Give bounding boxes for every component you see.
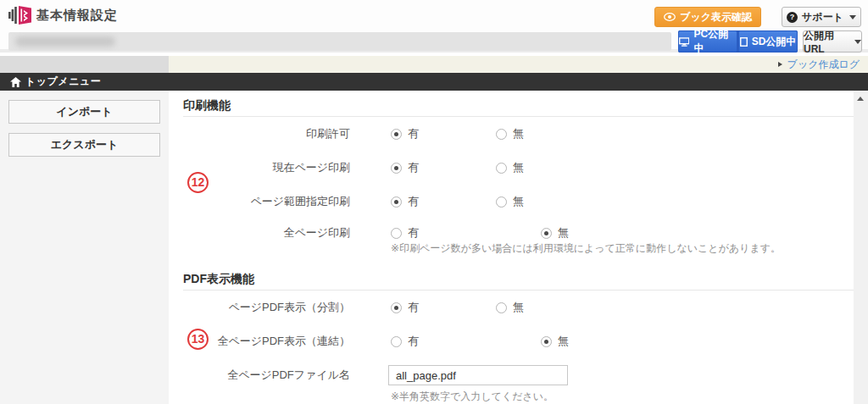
header: 基本情報設定 ブック表示確認 ? サポート PC公開中 — [0, 0, 868, 53]
pc-publish-label: PC公開中 — [693, 27, 737, 56]
radio-icon — [496, 129, 507, 140]
public-url-label: 公開用URL — [804, 29, 850, 55]
eye-icon — [664, 13, 676, 21]
row-label: 全ページPDF表示（連結） — [169, 334, 350, 349]
log-strip-left-block — [0, 56, 169, 73]
book-preview-button[interactable]: ブック表示確認 — [654, 7, 761, 27]
radio-current-page-print-yes[interactable]: 有 — [391, 160, 419, 175]
radio-icon — [391, 228, 402, 239]
radio-icon — [391, 336, 402, 347]
public-url-button[interactable]: 公開用URL — [803, 30, 862, 53]
form-row-all-page-print: 全ページ印刷 有 無 ※印刷ページ数が多い場合には利用環境によって正常に動作しな… — [169, 219, 854, 264]
radio-label: 無 — [513, 194, 524, 209]
radio-icon — [391, 302, 402, 313]
book-creation-log-link[interactable]: ブック作成ログ — [778, 56, 860, 73]
sd-publish-button[interactable]: SD公開中 — [738, 30, 798, 53]
row-label: 全ページPDFファイル名 — [169, 368, 350, 383]
chevron-down-icon — [849, 15, 856, 19]
radio-label: 有 — [408, 126, 419, 141]
form-row-pdf-filename: 全ページPDFファイル名 ※半角英数字で入力してください。 — [169, 358, 854, 404]
row-label: ページPDF表示（分割） — [169, 300, 350, 315]
form-row-page-pdf-view: ページPDF表示（分割） 有 無 — [169, 291, 854, 324]
radio-label: 有 — [408, 300, 419, 315]
radio-label: 無 — [513, 300, 524, 315]
radio-label: 無 — [513, 126, 524, 141]
row-label: ページ範囲指定印刷 — [169, 194, 350, 209]
main-content: 12 13 印刷機能 印刷許可 有 無 現在ページ印刷 有 無 — [169, 91, 854, 404]
radio-label: 無 — [558, 334, 569, 349]
radio-label: 有 — [408, 225, 419, 241]
radio-print-permission-yes[interactable]: 有 — [391, 126, 419, 141]
row-label: 印刷許可 — [169, 126, 350, 141]
radio-page-range-print-yes[interactable]: 有 — [391, 194, 419, 209]
sidebar-export-button[interactable]: エクスポート — [8, 133, 160, 157]
radio-label: 無 — [558, 225, 569, 241]
redacted-text — [15, 36, 115, 47]
form-row-page-range-print: ページ範囲指定印刷 有 無 — [169, 185, 854, 219]
radio-page-range-print-no[interactable]: 無 — [496, 194, 524, 209]
radio-all-page-pdf-view-no[interactable]: 無 — [541, 334, 569, 349]
print-section-title: 印刷機能 — [183, 96, 854, 114]
top-menu-bar[interactable]: トップメニュー — [0, 73, 868, 91]
radio-label: 有 — [408, 334, 419, 349]
log-strip: ブック作成ログ — [0, 56, 868, 73]
triangle-right-icon — [778, 62, 782, 67]
radio-icon — [391, 163, 402, 174]
form-row-current-page-print: 現在ページ印刷 有 無 — [169, 151, 854, 185]
support-button[interactable]: ? サポート — [782, 7, 861, 27]
radio-all-page-pdf-view-yes[interactable]: 有 — [391, 334, 419, 349]
radio-icon — [496, 302, 507, 313]
scrollbar[interactable] — [854, 91, 868, 404]
support-label: サポート — [802, 10, 843, 25]
form-row-print-permission: 印刷許可 有 無 — [169, 117, 854, 151]
book-preview-label: ブック表示確認 — [680, 10, 752, 25]
radio-all-page-print-yes[interactable]: 有 — [391, 225, 419, 241]
publish-status-group: PC公開中 SD公開中 — [678, 30, 798, 53]
top-menu-label: トップメニュー — [25, 75, 101, 89]
print-note: ※印刷ページ数が多い場合には利用環境によって正常に動作しないことがあります。 — [391, 241, 781, 256]
radio-icon — [391, 129, 402, 140]
radio-page-pdf-view-no[interactable]: 無 — [496, 300, 524, 315]
smartphone-icon — [740, 37, 748, 47]
row-label: 全ページ印刷 — [169, 225, 350, 241]
pc-publish-button[interactable]: PC公開中 — [678, 30, 737, 53]
radio-label: 有 — [408, 194, 419, 209]
pdf-section-title: PDF表示機能 — [183, 269, 854, 288]
monitor-icon — [679, 37, 689, 47]
app-window: 基本情報設定 ブック表示確認 ? サポート PC公開中 — [0, 0, 868, 404]
radio-icon — [541, 336, 552, 347]
radio-page-pdf-view-yes[interactable]: 有 — [391, 300, 419, 315]
filename-note: ※半角英数字で入力してください。 — [391, 390, 554, 404]
radio-label: 有 — [408, 160, 419, 175]
radio-current-page-print-no[interactable]: 無 — [496, 160, 524, 175]
question-circle-icon: ? — [787, 12, 798, 23]
radio-icon — [496, 163, 507, 174]
pdf-filename-input[interactable] — [388, 365, 568, 385]
radio-label: 無 — [513, 160, 524, 175]
scroll-up-arrow-icon[interactable] — [857, 97, 864, 101]
sidebar-import-button[interactable]: インポート — [8, 100, 160, 124]
app-logo-icon — [8, 5, 31, 25]
row-label: 現在ページ印刷 — [169, 160, 350, 175]
home-icon — [10, 77, 21, 87]
form-row-all-page-pdf-view: 全ページPDF表示（連結） 有 無 — [169, 324, 854, 358]
book-creation-log-label: ブック作成ログ — [787, 58, 860, 72]
radio-icon — [496, 196, 507, 208]
page-title: 基本情報設定 — [36, 8, 118, 24]
sd-publish-label: SD公開中 — [752, 35, 797, 49]
radio-all-page-print-no[interactable]: 無 — [541, 225, 569, 241]
book-title-field — [8, 32, 671, 51]
radio-icon — [391, 196, 402, 208]
radio-print-permission-no[interactable]: 無 — [496, 126, 524, 141]
chevron-down-icon — [854, 40, 861, 44]
sidebar: インポート エクスポート — [0, 91, 169, 404]
radio-icon — [541, 228, 552, 239]
